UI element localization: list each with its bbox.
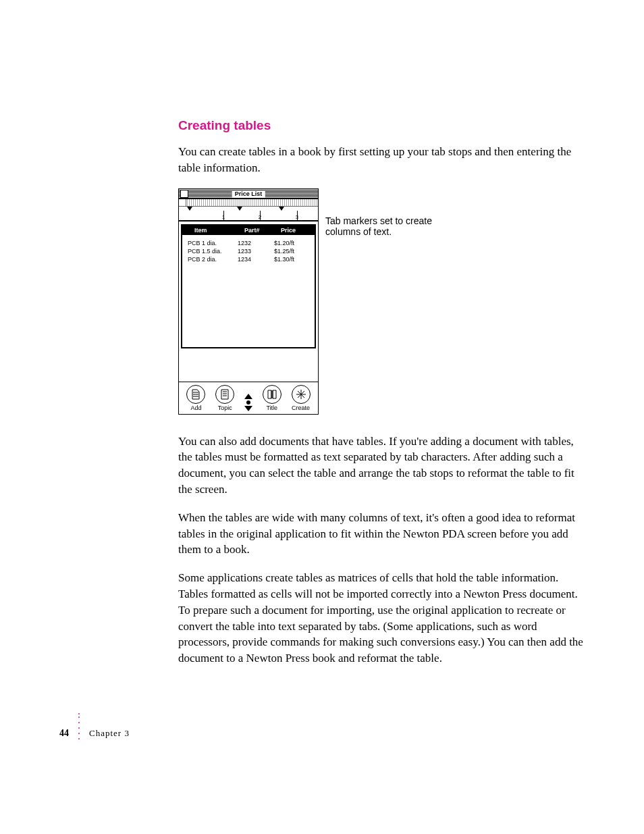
chapter-label: Chapter 3 [89,728,130,739]
window-title: Price List [232,190,265,197]
arrow-down-icon[interactable] [244,406,252,411]
toolbar-label: Add [186,405,205,411]
page-footer: 44 Chapter 3 [59,720,130,746]
toolbar-label: Create [292,405,311,411]
arrow-up-icon[interactable] [244,394,252,399]
table-body: PCB 1 dia. 1232 $1.20/ft PCB 1.5 dia. 12… [182,235,315,263]
create-icon [292,385,311,404]
cell-part: 1233 [238,247,274,255]
cell-price: $1.25/ft [274,247,308,255]
paragraph: When the tables are wide with many colum… [178,510,583,558]
cell-part: 1232 [238,239,274,247]
table-header-item: Item [182,227,244,234]
add-button[interactable]: Add [186,385,205,411]
tab-marker-icon[interactable] [187,207,192,211]
ruler-label: 3 [296,214,298,220]
document-icon [186,385,205,404]
toolbar-label: Topic [215,405,234,411]
paragraph: You can also add documents that have tab… [178,434,583,498]
cell-item: PCB 1.5 dia. [182,247,238,255]
document-area: Item Part# Price PCB 1 dia. 1232 $1.20/f… [179,221,318,382]
table-row: PCB 1.5 dia. 1233 $1.25/ft [182,247,315,255]
cell-part: 1234 [238,255,274,263]
close-box-icon[interactable] [180,190,188,198]
window-titlebar: Price List [179,189,318,199]
table-header-price: Price [281,227,315,234]
spinner-dot-icon [246,400,250,405]
footer-dots-icon [78,713,80,739]
cell-item: PCB 2 dia. [182,255,238,263]
cell-price: $1.30/ft [274,255,308,263]
paragraph-intro: You can create tables in a book by first… [178,144,583,176]
table-row: PCB 2 dia. 1234 $1.30/ft [182,255,315,263]
cell-price: $1.20/ft [274,239,308,247]
title-button[interactable]: Title [263,385,281,411]
figure-caption: Tab markers set to create columns of tex… [325,215,440,237]
cell-item: PCB 1 dia. [182,239,238,247]
tab-marker-icon[interactable] [279,207,284,211]
topic-button[interactable]: Topic [215,385,234,411]
topic-icon [215,385,234,404]
section-heading: Creating tables [178,118,583,133]
tab-marker-icon[interactable] [237,207,242,211]
figure-row: Price List 1 2 3 [178,188,583,415]
ruler-ticks: 1 2 3 [179,207,318,220]
table-row: PCB 1 dia. 1232 $1.20/ft [182,239,315,247]
ruler: 1 2 3 [179,199,318,221]
create-button[interactable]: Create [292,385,311,411]
toolbar-label: Title [263,405,281,411]
page-number: 44 [59,728,69,739]
ruler-label: 1 [222,214,225,220]
toolbar: Add Topic [179,382,318,414]
ruler-label: 2 [259,214,261,220]
device-window: Price List 1 2 3 [178,188,319,415]
page-spinner[interactable] [244,392,252,411]
paragraph: Some applications create tables as matri… [178,570,583,667]
table-header-row: Item Part# Price [182,226,315,235]
table-header-part: Part# [244,227,281,234]
book-icon [263,385,281,404]
